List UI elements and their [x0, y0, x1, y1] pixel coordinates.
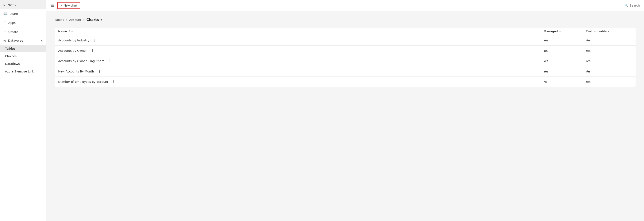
content-area: Tables › Account › Charts ∨ Name ↑ ∨ Man…	[46, 11, 644, 221]
breadcrumb-sep-2: ›	[83, 18, 84, 21]
row-managed: No	[544, 80, 586, 83]
row-managed: Yes	[544, 49, 586, 52]
table-header: Name ↑ ∨ Managed ∨ Customizable ∨	[55, 28, 636, 35]
sidebar-apps-label: Apps	[8, 21, 16, 25]
sidebar-item-dataflows[interactable]: Dataflows	[0, 60, 46, 68]
row-name-cell: Number of employees by account ⋮	[58, 80, 544, 84]
breadcrumb-account[interactable]: Account	[69, 18, 81, 22]
row-customizable: Yes	[586, 70, 632, 73]
row-customizable: Yes	[586, 80, 632, 83]
breadcrumb: Tables › Account › Charts ∨	[55, 18, 636, 22]
sidebar-home-label: Home	[8, 3, 16, 6]
row-customizable: Yes	[586, 49, 632, 52]
row-name-cell: Accounts by Owner - Tag Chart ⋮	[58, 59, 544, 63]
row-name: Accounts by Owner	[58, 49, 87, 52]
col-header-name[interactable]: Name ↑ ∨	[58, 30, 544, 33]
sidebar-dataflows-label: Dataflows	[5, 62, 20, 66]
row-menu-button[interactable]: ⋮	[106, 59, 112, 63]
breadcrumb-charts: Charts ∨	[86, 18, 102, 22]
create-icon: +	[4, 30, 6, 34]
sort-icon-customizable: ∨	[608, 30, 610, 33]
sidebar-item-tables[interactable]: Tables	[0, 45, 46, 52]
row-managed: Yes	[544, 70, 586, 73]
apps-icon: ⊞	[4, 21, 6, 25]
toolbar: ☰ + New chart 🔍 Search	[46, 0, 644, 11]
row-menu-button[interactable]: ⋮	[111, 80, 117, 84]
row-customizable: Yes	[586, 59, 632, 63]
row-managed: Yes	[544, 39, 586, 42]
search-label: Search	[630, 4, 640, 7]
sidebar-item-azure[interactable]: Azure Synapse Link	[0, 68, 46, 75]
row-menu-button[interactable]: ⋮	[90, 49, 95, 53]
sidebar-create-label: Create	[8, 30, 18, 34]
sidebar-choices-label: Choices	[5, 55, 17, 58]
sort-icon-managed: ∨	[559, 30, 561, 33]
dataverse-icon: ◎	[4, 39, 6, 42]
row-managed: Yes	[544, 59, 586, 63]
chevron-up-icon: ∧	[41, 39, 43, 42]
new-chart-button[interactable]: + New chart	[58, 2, 80, 9]
sidebar-item-home[interactable]: ⌂ Home	[0, 0, 46, 9]
row-customizable: Yes	[586, 39, 632, 42]
row-menu-button[interactable]: ⋮	[96, 69, 102, 74]
sidebar-item-dataverse[interactable]: ◎ Dataverse ∧	[0, 36, 46, 45]
row-name-cell: Accounts by Industry ⋮	[58, 38, 544, 43]
hamburger-button[interactable]: ☰	[51, 3, 54, 8]
col-header-managed[interactable]: Managed ∨	[544, 30, 586, 33]
charts-table: Name ↑ ∨ Managed ∨ Customizable ∨ Accoun…	[55, 28, 636, 87]
breadcrumb-chevron-icon[interactable]: ∨	[100, 18, 102, 21]
sidebar-item-learn[interactable]: 📖 Learn	[0, 9, 46, 18]
sidebar-tables-label: Tables	[5, 47, 16, 50]
breadcrumb-sep-1: ›	[66, 18, 67, 21]
search-icon: 🔍	[624, 4, 628, 7]
learn-icon: 📖	[4, 12, 8, 16]
sort-icon-name: ↑ ∨	[68, 30, 73, 33]
breadcrumb-tables[interactable]: Tables	[55, 18, 64, 22]
sidebar: ⌂ Home 📖 Learn ⊞ Apps + Create ◎ Dataver…	[0, 0, 46, 221]
plus-icon: +	[61, 4, 62, 7]
row-menu-button[interactable]: ⋮	[92, 38, 98, 43]
row-name: Accounts by Industry	[58, 39, 89, 42]
row-name-cell: Accounts by Owner ⋮	[58, 49, 544, 53]
table-row[interactable]: New Accounts By Month ⋮ Yes Yes	[55, 66, 636, 77]
search-button[interactable]: 🔍 Search	[624, 4, 640, 7]
sidebar-learn-label: Learn	[10, 12, 18, 16]
row-name: Accounts by Owner - Tag Chart	[58, 59, 104, 63]
table-row[interactable]: Accounts by Owner ⋮ Yes Yes	[55, 46, 636, 56]
sidebar-item-create[interactable]: + Create	[0, 27, 46, 36]
new-chart-label: New chart	[64, 4, 77, 7]
sidebar-item-apps[interactable]: ⊞ Apps	[0, 18, 46, 27]
table-row[interactable]: Accounts by Industry ⋮ Yes Yes	[55, 35, 636, 46]
home-icon: ⌂	[4, 3, 6, 7]
col-header-customizable[interactable]: Customizable ∨	[586, 30, 632, 33]
sidebar-item-choices[interactable]: Choices	[0, 52, 46, 60]
sidebar-dataverse-label: Dataverse	[8, 39, 23, 42]
row-name: New Accounts By Month	[58, 70, 94, 73]
table-rows: Accounts by Industry ⋮ Yes Yes Accounts …	[55, 35, 636, 87]
row-name-cell: New Accounts By Month ⋮	[58, 69, 544, 74]
hamburger-icon: ☰	[51, 3, 54, 8]
row-name: Number of employees by account	[58, 80, 108, 83]
sidebar-azure-label: Azure Synapse Link	[5, 70, 34, 73]
table-row[interactable]: Number of employees by account ⋮ No Yes	[55, 77, 636, 87]
table-row[interactable]: Accounts by Owner - Tag Chart ⋮ Yes Yes	[55, 56, 636, 66]
main-area: ☰ + New chart 🔍 Search Tables › Account …	[46, 0, 644, 221]
